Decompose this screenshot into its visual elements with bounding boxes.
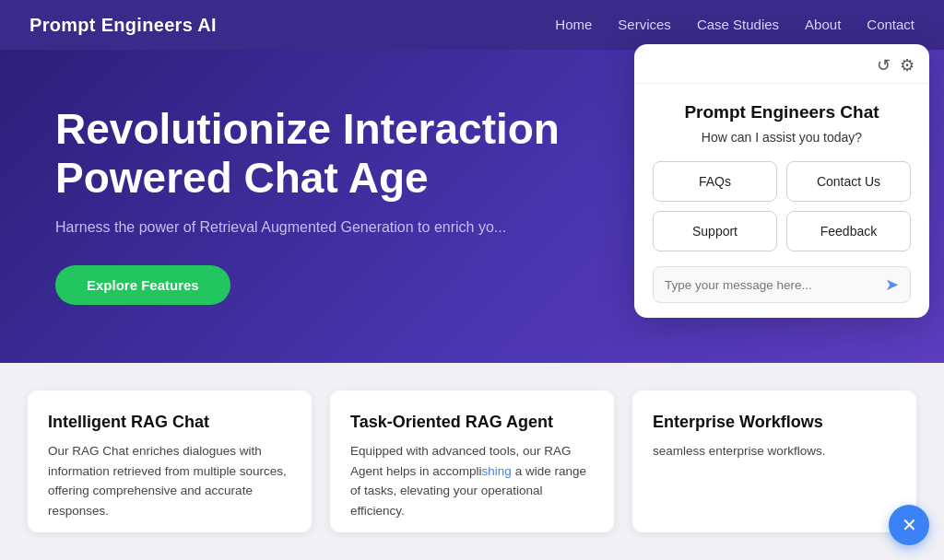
chat-feedback-button[interactable]: Feedback — [786, 211, 911, 251]
chat-support-button[interactable]: Support — [653, 211, 777, 251]
chat-title: Prompt Engineers Chat — [653, 102, 911, 122]
card-rag-agent: Task-Oriented RAG Agent Equipped with ad… — [330, 391, 614, 532]
hero-heading: Revolutionize Interaction Powered Chat A… — [55, 105, 655, 203]
chat-input-row: ➤ — [653, 266, 911, 303]
explore-features-button[interactable]: Explore Features — [55, 265, 230, 305]
close-icon: ✕ — [902, 514, 917, 536]
card-enterprise-body: seamless enterprise workflows. — [653, 441, 896, 461]
card-rag-agent-title: Task-Oriented RAG Agent — [350, 413, 594, 432]
nav-link-contact[interactable]: Contact — [867, 17, 914, 32]
chat-send-button[interactable]: ➤ — [885, 274, 899, 295]
settings-icon: ⚙ — [900, 55, 914, 76]
card-rag-chat-title: Intelligent RAG Chat — [48, 413, 291, 432]
hero-subtext: Harness the power of Retrieval Augmented… — [55, 219, 590, 236]
chat-quick-buttons: FAQs Contact Us Support Feedback — [653, 161, 911, 251]
card-rag-chat-body: Our RAG Chat enriches dialogues with inf… — [48, 441, 291, 520]
chat-subtitle: How can I assist you today? — [653, 130, 911, 145]
nav-link-case-studies[interactable]: Case Studies — [697, 17, 779, 32]
chat-widget: ↺ ⚙ Prompt Engineers Chat How can I assi… — [634, 44, 929, 318]
nav-links: Home Services Case Studies About Contact — [555, 17, 914, 33]
reset-icon: ↺ — [877, 55, 891, 76]
chat-top-bar: ↺ ⚙ — [634, 44, 929, 84]
chat-body: Prompt Engineers Chat How can I assist y… — [634, 84, 929, 318]
navbar: Prompt Engineers AI Home Services Case S… — [0, 0, 944, 50]
card-enterprise: Enterprise Workflows seamless enterprise… — [632, 391, 916, 532]
card-rag-chat: Intelligent RAG Chat Our RAG Chat enrich… — [28, 391, 312, 532]
card-enterprise-title: Enterprise Workflows — [653, 413, 896, 432]
chat-close-button[interactable]: ✕ — [889, 505, 929, 545]
cards-section: Intelligent RAG Chat Our RAG Chat enrich… — [0, 363, 944, 560]
nav-link-about[interactable]: About — [805, 17, 841, 32]
chat-settings-button[interactable]: ⚙ — [900, 55, 914, 76]
nav-link-home[interactable]: Home — [555, 17, 592, 32]
chat-faqs-button[interactable]: FAQs — [653, 161, 777, 202]
chat-reset-button[interactable]: ↺ — [877, 55, 891, 76]
nav-logo: Prompt Engineers AI — [30, 15, 217, 36]
chat-message-input[interactable] — [665, 278, 885, 292]
nav-link-services[interactable]: Services — [618, 17, 671, 32]
card-rag-agent-body: Equipped with advanced tools, our RAG Ag… — [350, 441, 594, 520]
chat-contact-us-button[interactable]: Contact Us — [786, 161, 911, 202]
send-icon: ➤ — [885, 274, 899, 295]
